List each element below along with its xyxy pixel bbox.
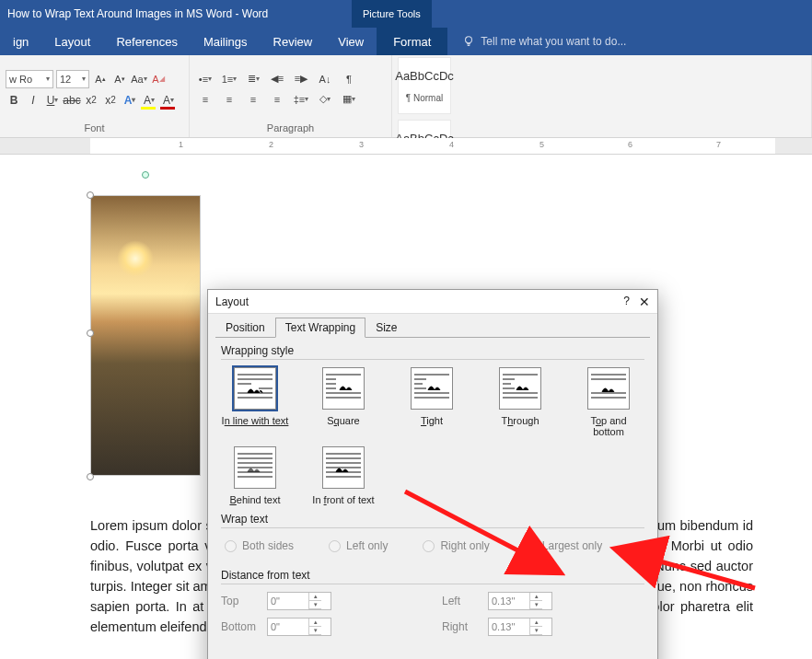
dist-left-input[interactable]: ▴▾ bbox=[488, 592, 552, 610]
superscript-button[interactable]: x2 bbox=[102, 92, 119, 109]
contextual-tab-label: Picture Tools bbox=[352, 0, 432, 28]
align-right-button[interactable]: ≡ bbox=[243, 91, 263, 108]
dialog-titlebar[interactable]: Layout ? ✕ bbox=[208, 290, 657, 314]
dialog-tabs: Position Text Wrapping Size bbox=[208, 314, 657, 338]
underline-button[interactable]: U▾ bbox=[44, 92, 61, 109]
document-area[interactable]: Lorem ipsum dolor sit amet, consectetur … bbox=[0, 155, 812, 659]
subscript-button[interactable]: x2 bbox=[83, 92, 99, 109]
group-font-label: Font bbox=[6, 121, 183, 135]
image-rotate-handle[interactable] bbox=[142, 171, 149, 179]
change-case-button[interactable]: Aa▾ bbox=[131, 71, 147, 87]
wrapping-style-group: Wrapping style In line with text Square … bbox=[221, 344, 644, 505]
align-center-button[interactable]: ≡ bbox=[219, 91, 239, 108]
radio-right-only[interactable]: Right only bbox=[423, 539, 489, 552]
radio-both-sides[interactable]: Both sides bbox=[225, 539, 294, 552]
style-normal[interactable]: AaBbCcDc¶ Normal bbox=[398, 57, 451, 114]
dist-left-label: Left bbox=[442, 595, 488, 607]
multilevel-button[interactable]: ≣▾ bbox=[243, 71, 263, 87]
tab-review[interactable]: Review bbox=[261, 28, 326, 55]
dist-right-label: Right bbox=[442, 620, 488, 633]
wrap-option-square[interactable]: Square bbox=[309, 367, 377, 437]
svg-point-0 bbox=[466, 37, 472, 43]
image-handle[interactable] bbox=[87, 330, 94, 337]
wrap-option-top-bottom[interactable]: Top and bottom bbox=[574, 367, 643, 437]
titlebar: How to Wrap Text Around Images in MS Wor… bbox=[0, 0, 812, 28]
dist-bottom-input[interactable]: ▴▾ bbox=[267, 618, 331, 636]
lightbulb-icon bbox=[462, 35, 475, 48]
radio-largest-only[interactable]: Largest only bbox=[525, 539, 602, 552]
tab-design[interactable]: ign bbox=[0, 28, 41, 55]
tell-me[interactable]: Tell me what you want to do... bbox=[447, 35, 626, 48]
dist-bottom-label: Bottom bbox=[221, 620, 267, 633]
clear-formatting-button[interactable]: A◢ bbox=[150, 71, 167, 87]
close-button[interactable]: ✕ bbox=[639, 295, 650, 309]
line-spacing-button[interactable]: ‡≡▾ bbox=[291, 91, 311, 108]
tab-format[interactable]: Format bbox=[377, 28, 447, 55]
increase-indent-button[interactable]: ≡▶ bbox=[291, 71, 311, 87]
shading-button[interactable]: ◇▾ bbox=[315, 91, 335, 108]
text-effects-button[interactable]: A▾ bbox=[122, 92, 138, 109]
font-color-button[interactable]: A▾ bbox=[160, 92, 177, 109]
borders-button[interactable]: ▦▾ bbox=[339, 91, 359, 108]
ribbon: w Ro▾ 12▾ A▴ A▾ Aa▾ A◢ B I U▾ abc x2 x2 … bbox=[0, 55, 812, 138]
tab-mailings[interactable]: Mailings bbox=[191, 28, 261, 55]
wrap-option-through[interactable]: Through bbox=[486, 367, 554, 437]
bullets-button[interactable]: •≡▾ bbox=[195, 71, 215, 87]
italic-button[interactable]: I bbox=[25, 92, 41, 109]
grow-font-button[interactable]: A▴ bbox=[92, 71, 109, 87]
decrease-indent-button[interactable]: ◀≡ bbox=[267, 71, 287, 87]
window-title: How to Wrap Text Around Images in MS Wor… bbox=[7, 7, 268, 20]
layout-dialog: Layout ? ✕ Position Text Wrapping Size W… bbox=[207, 289, 658, 659]
inserted-image[interactable] bbox=[90, 195, 201, 476]
image-handle[interactable] bbox=[87, 473, 94, 480]
wrap-option-behind[interactable]: Behind text bbox=[221, 446, 289, 505]
wrap-option-tight[interactable]: Tight bbox=[398, 367, 466, 437]
shrink-font-button[interactable]: A▾ bbox=[111, 71, 128, 87]
numbering-button[interactable]: 1≡▾ bbox=[219, 71, 239, 87]
strikethrough-button[interactable]: abc bbox=[64, 92, 80, 109]
distance-group: Distance from text Top ▴▾ Left ▴▾ Bottom… bbox=[221, 569, 644, 636]
dist-top-label: Top bbox=[221, 595, 267, 607]
horizontal-ruler[interactable]: 1 2 3 4 5 6 7 bbox=[0, 138, 812, 155]
show-marks-button[interactable]: ¶ bbox=[339, 71, 359, 87]
dist-top-input[interactable]: ▴▾ bbox=[267, 592, 331, 610]
help-button[interactable]: ? bbox=[623, 295, 630, 309]
highlight-button[interactable]: A▾ bbox=[141, 92, 157, 109]
wrap-option-front[interactable]: In front of text bbox=[309, 446, 377, 505]
bold-button[interactable]: B bbox=[6, 92, 22, 109]
font-size-combo[interactable]: 12▾ bbox=[56, 70, 89, 88]
tell-me-placeholder: Tell me what you want to do... bbox=[481, 35, 626, 48]
dialog-tab-text-wrapping[interactable]: Text Wrapping bbox=[275, 318, 365, 338]
radio-left-only[interactable]: Left only bbox=[329, 539, 388, 552]
wrap-text-group: Wrap text Both sides Left only Right onl… bbox=[221, 513, 644, 561]
tab-references[interactable]: References bbox=[103, 28, 190, 55]
dialog-title: Layout bbox=[215, 295, 249, 308]
sort-button[interactable]: A↓ bbox=[315, 71, 335, 87]
ribbon-tabs: ign Layout References Mailings Review Vi… bbox=[0, 28, 812, 55]
dialog-tab-size[interactable]: Size bbox=[365, 318, 407, 338]
justify-button[interactable]: ≡ bbox=[267, 91, 287, 108]
align-left-button[interactable]: ≡ bbox=[195, 91, 215, 108]
dist-right-input[interactable]: ▴▾ bbox=[488, 618, 552, 636]
group-paragraph-label: Paragraph bbox=[195, 121, 386, 135]
wrap-option-inline[interactable]: In line with text bbox=[221, 367, 289, 437]
tab-layout[interactable]: Layout bbox=[41, 28, 103, 55]
image-handle[interactable] bbox=[87, 191, 94, 199]
tab-view[interactable]: View bbox=[325, 28, 377, 55]
dialog-tab-position[interactable]: Position bbox=[215, 318, 275, 338]
font-name-combo[interactable]: w Ro▾ bbox=[6, 70, 53, 88]
